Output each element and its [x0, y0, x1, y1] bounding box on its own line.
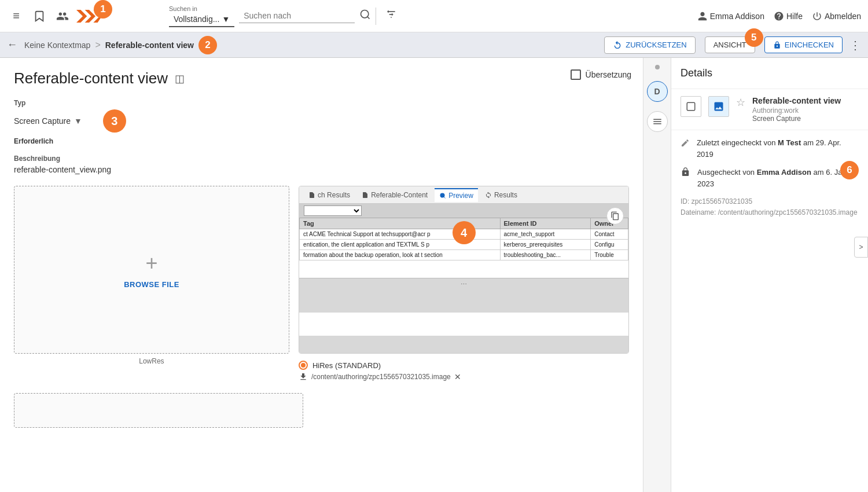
checkin-button[interactable]: EINCHECKEN: [764, 36, 843, 53]
badge-4: 4: [453, 221, 476, 244]
hires-path: /content/authoring/zpc1556570321035.imag…: [311, 373, 451, 381]
content-area: Referable-content view ◫ Übersetzung Typ…: [0, 58, 643, 492]
right-sidebar-icons: D: [643, 58, 671, 492]
search-input[interactable]: [239, 9, 355, 23]
browse-label[interactable]: BROWSE FILE: [124, 280, 179, 289]
item-checkbox-icon[interactable]: [681, 96, 701, 117]
hires-delete-button[interactable]: ✕: [454, 372, 461, 381]
tab-results[interactable]: Results: [480, 189, 522, 201]
star-icon[interactable]: ☆: [736, 96, 745, 109]
cell-owner-1: Contact: [591, 229, 628, 240]
details-item-info: Referable-content view Authoring:work Sc…: [752, 96, 859, 123]
details-item-type: Screen Capture: [752, 115, 859, 123]
hires-path-row: /content/authoring/zpc1556570321035.imag…: [299, 372, 629, 381]
pencil-icon: [681, 138, 690, 148]
list-sidebar-icon[interactable]: [647, 111, 668, 132]
svg-line-11: [444, 197, 446, 198]
cell-owner-3: Trouble: [591, 250, 628, 260]
svg-line-4: [367, 17, 370, 19]
details-title: Details: [671, 58, 868, 89]
more-options-button[interactable]: ⋮: [849, 38, 861, 52]
search-in-label: Suchen in: [169, 5, 197, 12]
cell-id-2: kerberos_prerequisites: [500, 240, 591, 250]
preview-copy-button[interactable]: [606, 207, 624, 225]
col-element-id: Element ID: [500, 218, 591, 229]
expand-area: >: [671, 237, 868, 258]
breadcrumb-parent[interactable]: Keine Kontextmap: [24, 41, 90, 50]
main-layout: Referable-content view ◫ Übersetzung Typ…: [0, 58, 868, 492]
user-profile[interactable]: Emma Addison: [697, 11, 764, 21]
checkin-label: EINCHECKEN: [785, 41, 834, 49]
typ-dropdown-arrow[interactable]: ▼: [74, 116, 82, 126]
second-upload-box[interactable]: [14, 393, 303, 428]
details-panel: Details ☆ Referable-content view Authori…: [671, 58, 868, 492]
preview-select[interactable]: [304, 205, 362, 216]
split-view-icon[interactable]: ◫: [175, 72, 185, 85]
user-area: Emma Addison Hilfe Abmelden: [697, 11, 861, 21]
preview-toolbar: [299, 204, 628, 218]
search-button[interactable]: [359, 9, 371, 23]
hires-radio[interactable]: [299, 361, 308, 370]
details-item-title: Referable-content view: [752, 96, 859, 105]
back-button[interactable]: ←: [7, 39, 17, 51]
cell-tag-3: formation about the backup operation, lo…: [300, 250, 500, 260]
reset-button[interactable]: ZURÜCKSETZEN: [604, 36, 695, 54]
expand-icon: >: [859, 243, 863, 251]
checkin-row: Zuletzt eingecheckt von M Test am 29. Ap…: [681, 137, 859, 160]
lowres-upload-box[interactable]: + BROWSE FILE: [14, 186, 289, 354]
filename-label: Dateiname: /content/authoring/zpc1556570…: [681, 207, 859, 218]
bookmark-icon[interactable]: [30, 7, 49, 25]
lock-icon: [681, 167, 690, 177]
people-icon[interactable]: [53, 7, 72, 25]
tab-preview[interactable]: Preview: [435, 188, 478, 202]
translation-row: Übersetzung: [571, 69, 631, 80]
scroll-indicator: [655, 65, 660, 69]
upload-preview-row: + BROWSE FILE ch Results Refer: [14, 186, 629, 354]
help-button[interactable]: Hilfe: [774, 11, 803, 21]
id-label: ID: zpc1556570321035: [681, 196, 859, 207]
beschreibung-value: referable-content_view.png: [14, 165, 629, 174]
menu-icon[interactable]: ≡: [7, 7, 25, 25]
table-row: formation about the backup operation, lo…: [300, 250, 628, 260]
badge-1: 1: [94, 0, 112, 19]
translation-checkbox[interactable]: [571, 69, 581, 80]
search-dropdown[interactable]: Vollständig... ▼: [169, 12, 234, 27]
page-title-row: Referable-content view ◫: [14, 69, 629, 87]
plus-icon: +: [146, 251, 158, 276]
checkout-text: Ausgecheckt von Emma Addison am 6. Jan. …: [697, 167, 859, 189]
details-sidebar-icon[interactable]: D: [647, 81, 668, 102]
cell-id-3: troubleshooting_bac...: [500, 250, 591, 260]
svg-point-10: [440, 193, 445, 197]
hires-row: HiRes (STANDARD): [299, 361, 629, 370]
details-checkin-section: Zuletzt eingecheckt von M Test am 29. Ap…: [671, 130, 868, 225]
help-label: Hilfe: [786, 12, 803, 21]
page-title: Referable-content view: [14, 69, 168, 87]
user-name: Emma Addison: [710, 12, 764, 21]
details-meta: ID: zpc1556570321035 Dateiname: /content…: [681, 196, 859, 218]
details-item-subtitle: Authoring:work: [752, 107, 859, 115]
typ-value: Screen Capture: [14, 116, 71, 126]
tab-ch-results[interactable]: ch Results: [304, 189, 355, 201]
reset-label: ZURÜCKSETZEN: [626, 41, 686, 49]
filter-button[interactable]: [385, 9, 397, 23]
typ-field-row: Screen Capture ▼ 3: [14, 109, 629, 133]
svg-marker-0: [76, 10, 87, 23]
hires-label: HiRes (STANDARD): [312, 361, 381, 370]
view-label: ANSICHT: [713, 41, 746, 49]
breadcrumb-separator: >: [95, 40, 100, 50]
logout-button[interactable]: Abmelden: [812, 11, 861, 21]
badge-2: 2: [198, 36, 217, 54]
cell-owner-2: Configu: [591, 240, 628, 250]
expand-panel-button[interactable]: >: [854, 237, 868, 258]
typ-label: Typ: [14, 99, 629, 107]
view-area: ANSICHT 5: [700, 36, 755, 53]
preview-tabs: ch Results Referable-Content Preview Res…: [299, 186, 628, 204]
checkout-row: Ausgecheckt von Emma Addison am 6. Jan. …: [681, 167, 859, 189]
upload-labels: LowRes HiRes (STANDARD) /content/authori…: [14, 356, 629, 381]
top-navigation: ≡ 1 Suchen in Vollständig... ▼: [0, 0, 868, 32]
beschreibung-label: Beschreibung: [14, 155, 629, 163]
reset-area: ZURÜCKSETZEN: [599, 36, 695, 54]
svg-point-3: [361, 10, 369, 18]
logo-area: 1: [76, 6, 102, 27]
tab-referable-content[interactable]: Referable-Content: [357, 189, 432, 201]
